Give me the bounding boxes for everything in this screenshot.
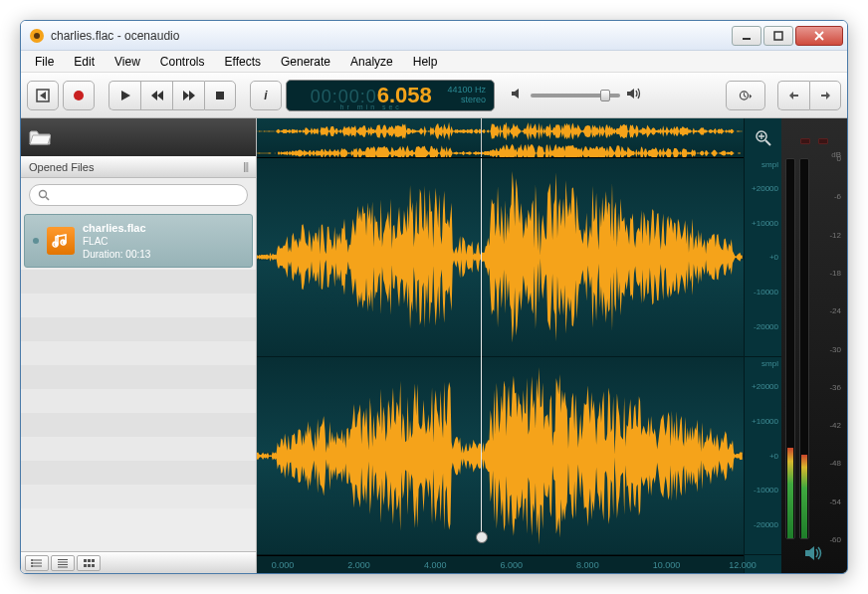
zoom-in-icon[interactable] (755, 129, 772, 147)
window-controls (732, 26, 843, 46)
svg-marker-21 (750, 94, 752, 99)
timeline-ruler[interactable]: 0.0002.0004.0006.0008.00010.00012.000 (257, 555, 744, 573)
transport-group (108, 81, 236, 110)
timeline-tick: 6.000 (501, 560, 524, 570)
menu-help[interactable]: Help (403, 53, 448, 71)
list-row (21, 317, 256, 341)
level-meters: dB0-6-12-18-24-30-36-42-48-54-60 (781, 118, 847, 573)
svg-rect-41 (88, 559, 91, 562)
timecode-display[interactable]: 00:00:06.058 hr min sec 44100 Hz stereo (286, 80, 495, 111)
maximize-button[interactable] (763, 26, 793, 46)
list-row (21, 389, 256, 413)
svg-rect-42 (92, 559, 95, 562)
sidebar-footer (21, 551, 256, 573)
close-button[interactable] (795, 26, 843, 46)
volume-low-icon (511, 87, 525, 104)
channel-right[interactable] (257, 357, 744, 556)
content-area: Opened Files ||| charlies.flac FLA (21, 118, 847, 573)
svg-marker-23 (789, 92, 793, 99)
svg-point-34 (31, 562, 33, 564)
list-row (21, 485, 256, 508)
file-thumb-icon (47, 227, 75, 255)
list-row (21, 461, 256, 485)
app-window: charlies.flac - ocenaudio File Edit View… (20, 20, 848, 574)
svg-line-47 (765, 140, 770, 145)
file-list-item[interactable]: charlies.flac FLAC Duration: 00:13 (24, 214, 253, 268)
file-format: FLAC (83, 235, 150, 248)
history-button[interactable] (726, 81, 765, 110)
file-list: charlies.flac FLAC Duration: 00:13 (21, 212, 256, 551)
svg-point-1 (34, 33, 40, 39)
waveform-main: 0.0002.0004.0006.0008.00010.00012.000 (257, 118, 744, 573)
list-row (21, 365, 256, 389)
waveform-channels[interactable] (257, 158, 744, 555)
timeline-tick: 10.000 (653, 560, 681, 570)
file-meta: charlies.flac FLAC Duration: 00:13 (83, 221, 150, 261)
svg-marker-25 (826, 92, 830, 99)
list-row (21, 341, 256, 365)
svg-point-26 (40, 191, 47, 198)
playhead[interactable] (481, 158, 482, 537)
amp-scale-right: smpl+20000+10000+0-10000-20000 (745, 357, 781, 556)
grip-icon[interactable]: ||| (243, 161, 248, 172)
overview-playhead[interactable] (481, 118, 482, 157)
svg-point-8 (74, 91, 84, 100)
meter-bar-left (785, 158, 795, 539)
timeline-tick: 12.000 (729, 560, 757, 570)
menu-view[interactable]: View (105, 53, 150, 71)
menu-generate[interactable]: Generate (271, 53, 340, 71)
sidebar-folder-bar[interactable] (21, 118, 256, 156)
nav-back-button[interactable] (777, 81, 809, 110)
amp-scale-left: smpl+20000+10000+0-10000-20000 (745, 158, 781, 357)
menu-analyze[interactable]: Analyze (340, 53, 403, 71)
nav-forward-button[interactable] (809, 81, 841, 110)
menu-controls[interactable]: Controls (150, 53, 215, 71)
view-grid-button[interactable] (77, 555, 101, 571)
menubar: File Edit View Controls Effects Generate… (21, 51, 847, 73)
svg-marker-11 (157, 91, 163, 100)
folder-icon (29, 128, 51, 146)
clip-indicator-left[interactable] (800, 138, 810, 144)
sidebar-header: Opened Files ||| (21, 156, 256, 178)
minimize-button[interactable] (732, 26, 761, 46)
channel-left[interactable] (257, 158, 744, 357)
svg-marker-13 (189, 91, 195, 100)
stop-button[interactable] (204, 81, 236, 110)
svg-point-35 (31, 565, 33, 567)
play-button[interactable] (108, 81, 140, 110)
search-input[interactable] (50, 189, 239, 201)
menu-effects[interactable]: Effects (215, 53, 271, 71)
record-button[interactable] (63, 81, 95, 110)
svg-point-29 (62, 240, 66, 244)
rewind-button[interactable] (140, 81, 172, 110)
goto-start-button[interactable] (27, 81, 59, 110)
view-list-button[interactable] (25, 555, 49, 571)
svg-text:i: i (264, 89, 268, 102)
sidebar: Opened Files ||| charlies.flac FLA (21, 118, 257, 573)
timecode-unit-labels: hr min sec (295, 103, 447, 110)
volume-thumb[interactable] (600, 90, 610, 101)
svg-line-27 (46, 197, 49, 200)
waveform-overview[interactable] (257, 118, 744, 158)
volume-high-icon (626, 87, 642, 104)
svg-rect-44 (88, 564, 91, 567)
svg-marker-7 (40, 92, 46, 99)
meter-bar-right (799, 158, 809, 539)
svg-rect-3 (774, 32, 782, 40)
svg-marker-17 (627, 89, 634, 99)
svg-line-20 (744, 96, 746, 98)
svg-marker-9 (121, 91, 130, 100)
menu-edit[interactable]: Edit (64, 53, 105, 71)
forward-button[interactable] (172, 81, 204, 110)
info-button[interactable]: i (250, 81, 282, 110)
timeline-tick: 2.000 (347, 560, 370, 570)
clip-indicator-right[interactable] (818, 138, 828, 144)
volume-slider[interactable] (531, 94, 620, 98)
svg-marker-16 (512, 89, 519, 99)
file-name: charlies.flac (83, 221, 150, 235)
view-compact-button[interactable] (51, 555, 75, 571)
file-duration: Duration: 00:13 (83, 248, 150, 261)
speaker-icon[interactable] (804, 545, 824, 561)
menu-file[interactable]: File (25, 53, 64, 71)
active-dot-icon (33, 238, 39, 244)
